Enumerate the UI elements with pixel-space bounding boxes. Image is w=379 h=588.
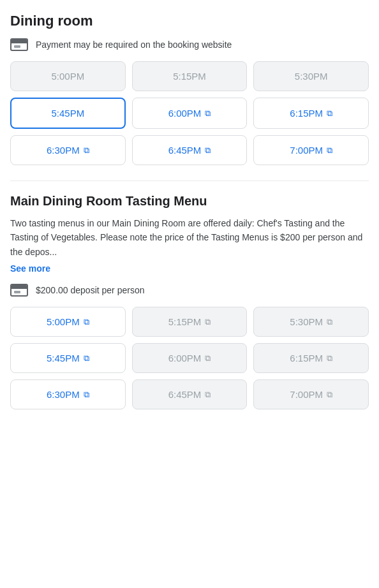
credit-card-icon-1 — [10, 38, 28, 51]
external-link-icon: ⧉ — [205, 145, 211, 156]
deposit-notice-text: $200.00 deposit per person — [36, 285, 144, 295]
time-slot-515pm-1[interactable]: 5:15PM — [132, 61, 248, 91]
time-grid-2: 5:00PM ⧉ 5:15PM ⧉ 5:30PM ⧉ 5:45PM ⧉ 6:00… — [10, 307, 369, 409]
time-slot-545pm-2[interactable]: 5:45PM ⧉ — [10, 343, 126, 373]
time-slot-500pm-1[interactable]: 5:00PM — [10, 61, 126, 91]
external-link-icon: ⧉ — [327, 317, 332, 327]
credit-card-icon-2 — [10, 284, 28, 297]
external-link-icon: ⧉ — [84, 317, 89, 327]
payment-notice-1: Payment may be required on the booking w… — [10, 38, 369, 51]
time-grid-1: 5:00PM 5:15PM 5:30PM 5:45PM 6:00PM ⧉ 6:1… — [10, 61, 369, 165]
section-divider — [10, 180, 369, 181]
payment-notice-text-1: Payment may be required on the booking w… — [36, 40, 232, 50]
external-link-icon: ⧉ — [327, 145, 332, 156]
time-slot-600pm-1[interactable]: 6:00PM ⧉ — [132, 98, 248, 129]
external-link-icon: ⧉ — [205, 317, 211, 327]
time-slot-615pm-2[interactable]: 6:15PM ⧉ — [253, 343, 369, 373]
time-slot-700pm-2[interactable]: 7:00PM ⧉ — [253, 379, 369, 409]
external-link-icon: ⧉ — [327, 108, 332, 119]
time-slot-515pm-2[interactable]: 5:15PM ⧉ — [132, 307, 248, 337]
section2-description: Two tasting menus in our Main Dining Roo… — [10, 216, 369, 259]
external-link-icon: ⧉ — [205, 353, 211, 364]
see-more-link[interactable]: See more — [10, 263, 50, 274]
time-slot-630pm-1[interactable]: 6:30PM ⧉ — [10, 135, 126, 165]
section1-title: Dining room — [10, 13, 369, 29]
external-link-icon: ⧉ — [84, 145, 89, 156]
time-slot-600pm-2[interactable]: 6:00PM ⧉ — [132, 343, 248, 373]
time-slot-615pm-1[interactable]: 6:15PM ⧉ — [253, 98, 369, 129]
external-link-icon: ⧉ — [84, 353, 89, 364]
time-slot-530pm-2[interactable]: 5:30PM ⧉ — [253, 307, 369, 337]
time-slot-700pm-1[interactable]: 7:00PM ⧉ — [253, 135, 369, 165]
time-slot-645pm-2[interactable]: 6:45PM ⧉ — [132, 379, 248, 409]
time-slot-630pm-2[interactable]: 6:30PM ⧉ — [10, 379, 126, 409]
time-slot-530pm-1[interactable]: 5:30PM — [253, 61, 369, 91]
deposit-notice: $200.00 deposit per person — [10, 284, 369, 297]
external-link-icon: ⧉ — [205, 390, 211, 400]
time-slot-645pm-1[interactable]: 6:45PM ⧉ — [132, 135, 248, 165]
section2-title: Main Dining Room Tasting Menu — [10, 194, 369, 209]
external-link-icon: ⧉ — [84, 390, 89, 400]
external-link-icon: ⧉ — [205, 108, 211, 119]
external-link-icon: ⧉ — [327, 353, 332, 364]
external-link-icon: ⧉ — [327, 390, 332, 400]
time-slot-545pm-1[interactable]: 5:45PM — [10, 98, 126, 129]
time-slot-500pm-2[interactable]: 5:00PM ⧉ — [10, 307, 126, 337]
